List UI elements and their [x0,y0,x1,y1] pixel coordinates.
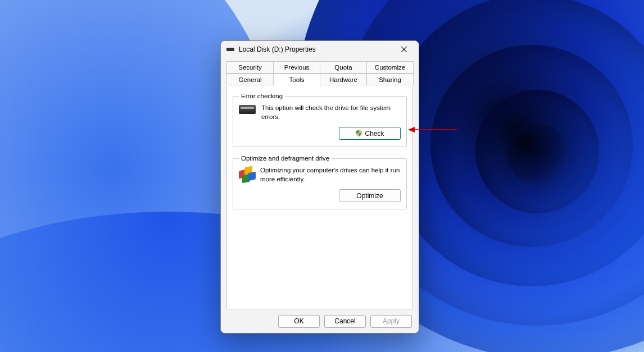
tab-tools[interactable]: Tools [273,74,320,86]
optimize-button[interactable]: Optimize [339,189,401,202]
close-button[interactable] [392,42,416,57]
optimize-button-label: Optimize [356,192,383,200]
error-checking-legend: Error checking [239,93,285,99]
check-button-label: Check [365,130,384,138]
tab-body-tools: Error checking This option will check th… [226,86,413,309]
tab-hardware[interactable]: Hardware [320,74,367,85]
uac-shield-icon [355,130,362,137]
optimize-legend: Optimize and defragment drive [239,155,332,162]
window-title: Local Disk (D:) Properties [239,45,392,53]
tab-customize[interactable]: Customize [366,61,414,74]
defrag-icon [239,167,255,182]
optimize-description: Optimizing your computer's drives can he… [260,166,401,184]
drive-sysicon [226,48,234,51]
ok-button[interactable]: OK [278,315,320,328]
apply-button[interactable]: Apply [370,315,412,328]
tab-strip: Security Previous Versions Quota Customi… [221,58,419,86]
drive-icon [239,105,256,114]
tab-previous-versions[interactable]: Previous Versions [273,61,320,74]
close-icon [401,47,407,52]
error-checking-group: Error checking This option will check th… [233,93,407,147]
tab-security[interactable]: Security [226,61,274,74]
optimize-group: Optimize and defragment drive Optimizing… [233,155,407,209]
error-checking-description: This option will check the drive for fil… [261,104,401,121]
properties-dialog: Local Disk (D:) Properties Security Prev… [220,40,419,333]
titlebar[interactable]: Local Disk (D:) Properties [221,41,419,58]
check-button[interactable]: Check [339,127,401,140]
tab-quota[interactable]: Quota [320,61,367,74]
tab-sharing[interactable]: Sharing [366,74,414,85]
cancel-button[interactable]: Cancel [324,315,366,328]
tab-general[interactable]: General [226,74,274,85]
dialog-footer: OK Cancel Apply [221,309,419,333]
